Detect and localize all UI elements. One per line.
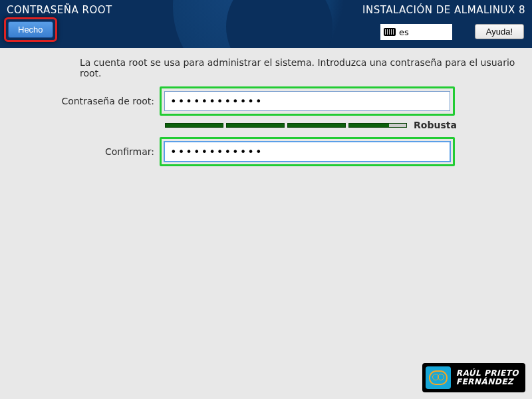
password-row: Contraseña de root:: [13, 86, 519, 116]
strength-segment: [226, 123, 285, 128]
help-button[interactable]: Ayuda!: [475, 24, 524, 39]
brain-icon: [429, 370, 448, 385]
intro-text: La cuenta root se usa para administrar e…: [80, 57, 519, 78]
decorative-blob: [226, 0, 332, 48]
confirm-password-input[interactable]: [164, 142, 450, 162]
confirm-row: Confirmar:: [13, 137, 519, 166]
install-title: INSTALACIÓN DE ALMALINUX 8: [362, 4, 525, 16]
strength-segment: [287, 123, 346, 128]
root-password-input[interactable]: [164, 91, 450, 111]
password-highlight: [160, 86, 455, 116]
watermark-line2: FERNÁNDEZ: [456, 378, 519, 386]
page-title: CONTRASEÑA ROOT: [7, 4, 112, 16]
watermark-logo: [426, 366, 451, 389]
strength-meter: [165, 123, 407, 128]
strength-label: Robusta: [414, 120, 457, 130]
strength-row: Robusta: [165, 120, 519, 130]
confirm-highlight: [160, 137, 455, 166]
watermark-text: RAÚL PRIETO FERNÁNDEZ: [456, 369, 519, 386]
keyboard-layout-indicator[interactable]: es: [380, 24, 452, 40]
header-bar: CONTRASEÑA ROOT INSTALACIÓN DE ALMALINUX…: [0, 0, 532, 48]
done-button[interactable]: Hecho: [8, 21, 53, 38]
keyboard-layout-label: es: [399, 27, 409, 37]
done-highlight: Hecho: [4, 17, 57, 42]
confirm-label: Confirmar:: [13, 146, 160, 157]
keyboard-icon: [384, 28, 396, 36]
password-label: Contraseña de root:: [13, 96, 160, 106]
strength-segment: [165, 123, 223, 128]
watermark-badge: RAÚL PRIETO FERNÁNDEZ: [422, 363, 525, 392]
main-content: La cuenta root se usa para administrar e…: [0, 48, 532, 180]
strength-segment: [348, 123, 407, 128]
